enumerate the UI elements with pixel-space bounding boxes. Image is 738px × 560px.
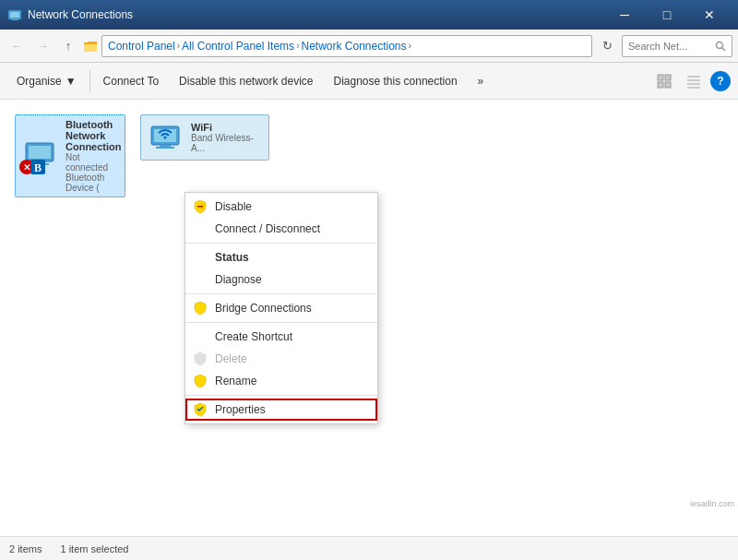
address-bar: ← → ↑ Control Panel › All Control Panel …	[0, 30, 738, 63]
details-view-button[interactable]	[681, 68, 707, 94]
search-box[interactable]	[622, 35, 732, 57]
change-view-button[interactable]	[651, 68, 677, 94]
toolbar-separator-1	[89, 70, 90, 92]
window-icon	[7, 7, 22, 22]
bluetooth-item-info: Bluetooth Network Connection Not connect…	[65, 119, 122, 193]
ctx-rename[interactable]: Rename	[185, 370, 377, 392]
minimize-button[interactable]: ─	[603, 0, 646, 30]
svg-text:B: B	[34, 161, 42, 174]
organise-button[interactable]: Organise ▼	[7, 66, 86, 96]
bluetooth-item-name: Bluetooth Network Connection	[65, 119, 122, 152]
bluetooth-item-status: Not connected	[65, 152, 122, 173]
svg-rect-16	[29, 146, 51, 159]
refresh-button[interactable]: ↻	[596, 35, 618, 57]
wifi-item-status: Band Wireless-A...	[191, 133, 263, 153]
svg-point-5	[717, 42, 723, 48]
breadcrumb-bar: Control Panel › All Control Panel Items …	[101, 35, 592, 57]
ctx-sep-1	[185, 243, 377, 244]
network-items-list: ✕ B Bluetooth Network Connection Not con…	[7, 107, 731, 205]
status-bar: 2 items 1 item selected	[0, 536, 738, 560]
wifi-item-name: WiFi	[191, 122, 263, 133]
forward-button[interactable]: →	[31, 35, 54, 57]
rename-shield-icon	[193, 374, 208, 388]
svg-rect-10	[665, 82, 671, 88]
disable-shield-icon	[193, 199, 208, 214]
breadcrumb-network-connections[interactable]: Network Connections	[301, 40, 406, 53]
svg-rect-13	[687, 83, 700, 85]
more-button[interactable]: »	[469, 66, 494, 96]
context-menu: Disable Connect / Disconnect Status Diag…	[184, 192, 378, 424]
svg-rect-12	[687, 79, 700, 81]
svg-rect-14	[687, 87, 700, 89]
ctx-sep-3	[185, 322, 377, 323]
diagnose-button[interactable]: Diagnose this connection	[325, 66, 467, 96]
svg-rect-26	[197, 206, 203, 208]
svg-rect-22	[154, 129, 176, 142]
ctx-properties[interactable]: Properties	[185, 399, 377, 421]
ctx-diagnose[interactable]: Diagnose	[185, 268, 377, 291]
up-button[interactable]: ↑	[57, 35, 79, 57]
close-button[interactable]: ✕	[688, 0, 731, 30]
delete-shield-icon	[193, 351, 208, 366]
back-button[interactable]: ←	[6, 35, 28, 57]
ctx-disable[interactable]: Disable	[185, 196, 377, 218]
title-bar: Network Connections ─ □ ✕	[0, 0, 738, 30]
svg-rect-3	[11, 19, 18, 20]
maximize-button[interactable]: □	[646, 0, 688, 30]
properties-shield-icon	[193, 402, 208, 417]
wifi-network-item[interactable]: WiFi Band Wireless-A...	[140, 114, 269, 161]
svg-rect-1	[10, 12, 19, 18]
wifi-icon	[147, 119, 184, 156]
toolbar: Organise ▼ Connect To Disable this netwo…	[0, 63, 738, 100]
svg-rect-24	[156, 147, 174, 149]
ctx-connect-disconnect[interactable]: Connect / Disconnect	[185, 218, 377, 240]
wifi-item-info: WiFi Band Wireless-A...	[191, 122, 263, 153]
wifi-icon-wrapper	[147, 119, 184, 156]
ctx-delete[interactable]: Delete	[185, 348, 377, 370]
search-input[interactable]	[628, 41, 711, 52]
help-button[interactable]: ?	[710, 71, 731, 91]
disable-device-button[interactable]: Disable this network device	[170, 66, 322, 96]
window-controls: ─ □ ✕	[603, 0, 731, 30]
window-title: Network Connections	[28, 8, 133, 21]
folder-icon	[83, 39, 98, 54]
search-icon	[715, 41, 726, 52]
svg-rect-11	[687, 76, 700, 77]
connect-to-button[interactable]: Connect To	[94, 66, 169, 96]
toolbar-right: ?	[651, 68, 731, 94]
watermark: iesadin.com	[686, 497, 738, 510]
svg-point-25	[164, 137, 167, 139]
svg-rect-9	[658, 82, 663, 88]
item-count-text: 2 items	[9, 543, 42, 554]
svg-line-6	[722, 47, 726, 51]
bluetooth-badge: B	[30, 160, 45, 174]
breadcrumb-all-items[interactable]: All Control Panel Items	[182, 40, 294, 53]
svg-rect-7	[658, 75, 663, 80]
ctx-sep-4	[185, 395, 377, 396]
content-area: ✕ B Bluetooth Network Connection Not con…	[0, 100, 738, 536]
ctx-bridge-connections[interactable]: Bridge Connections	[185, 297, 377, 319]
selected-count-text: 1 item selected	[60, 543, 128, 554]
bluetooth-network-item[interactable]: ✕ B Bluetooth Network Connection Not con…	[15, 114, 125, 197]
ctx-sep-2	[185, 293, 377, 294]
bluetooth-item-type: Bluetooth Device (	[65, 173, 122, 193]
bridge-shield-icon	[193, 301, 208, 316]
ctx-status[interactable]: Status	[185, 246, 377, 268]
breadcrumb-control-panel[interactable]: Control Panel	[108, 40, 175, 53]
svg-rect-8	[665, 75, 671, 80]
bluetooth-icon-wrapper: ✕ B	[21, 136, 58, 173]
ctx-create-shortcut[interactable]: Create Shortcut	[185, 326, 377, 348]
